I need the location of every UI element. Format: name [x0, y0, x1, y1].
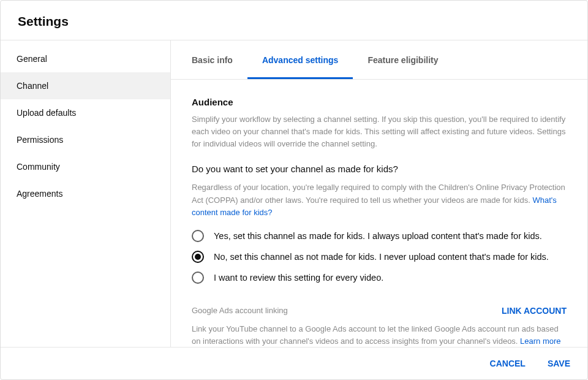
radio-icon: [192, 272, 204, 284]
radio-icon: [192, 251, 204, 263]
tab-feature-eligibility[interactable]: Feature eligibility: [353, 40, 453, 79]
audience-question: Do you want to set your channel as made …: [192, 164, 567, 174]
audience-title: Audience: [192, 97, 567, 107]
tab-basic-info[interactable]: Basic info: [177, 40, 247, 79]
ads-desc-text: Link your YouTube channel to a Google Ad…: [192, 324, 559, 346]
settings-dialog: Settings General Channel Upload defaults…: [0, 0, 588, 380]
main-scroll[interactable]: Basic info Advanced settings Feature eli…: [171, 40, 587, 347]
ads-learn-more-link[interactable]: Learn more: [520, 336, 560, 346]
sidebar-item-permissions[interactable]: Permissions: [1, 126, 170, 153]
tab-advanced-settings[interactable]: Advanced settings: [247, 40, 353, 79]
radio-option-no[interactable]: No, set this channel as not made for kid…: [192, 251, 567, 263]
page-title: Settings: [18, 14, 570, 29]
main-panel: Basic info Advanced settings Feature eli…: [171, 40, 587, 347]
radio-icon: [192, 230, 204, 242]
dialog-header: Settings: [1, 1, 587, 40]
sidebar-item-agreements[interactable]: Agreements: [1, 180, 170, 207]
ads-title: Google Ads account linking: [192, 306, 288, 315]
sidebar-item-channel[interactable]: Channel: [1, 72, 170, 99]
cancel-button[interactable]: CANCEL: [488, 355, 528, 372]
tabs: Basic info Advanced settings Feature eli…: [171, 40, 587, 80]
sidebar-item-general[interactable]: General: [1, 45, 170, 72]
radio-label: I want to review this setting for every …: [214, 273, 383, 283]
content: Audience Simplify your workflow by selec…: [171, 80, 587, 347]
save-button[interactable]: SAVE: [545, 355, 573, 372]
audience-legal: Regardless of your location, you're lega…: [192, 181, 567, 218]
radio-option-review[interactable]: I want to review this setting for every …: [192, 272, 567, 284]
ads-desc: Link your YouTube channel to a Google Ad…: [192, 323, 567, 347]
dialog-footer: CANCEL SAVE: [1, 347, 587, 379]
audience-radio-group: Yes, set this channel as made for kids. …: [192, 230, 567, 284]
sidebar-item-community[interactable]: Community: [1, 153, 170, 180]
dialog-body: General Channel Upload defaults Permissi…: [1, 40, 587, 347]
radio-option-yes[interactable]: Yes, set this channel as made for kids. …: [192, 230, 567, 242]
sidebar: General Channel Upload defaults Permissi…: [1, 40, 171, 347]
radio-label: No, set this channel as not made for kid…: [214, 252, 549, 262]
link-account-button[interactable]: LINK ACCOUNT: [502, 306, 567, 316]
audience-desc: Simplify your workflow by selecting a ch…: [192, 113, 567, 150]
sidebar-item-upload-defaults[interactable]: Upload defaults: [1, 99, 170, 126]
ads-linking-row: Google Ads account linking LINK ACCOUNT: [192, 306, 567, 316]
radio-label: Yes, set this channel as made for kids. …: [214, 231, 542, 241]
audience-legal-text: Regardless of your location, you're lega…: [192, 183, 565, 204]
